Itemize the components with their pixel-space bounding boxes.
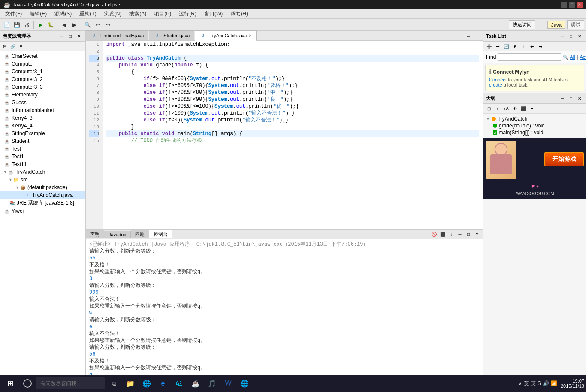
tree-item-kerry43[interactable]: ☕ Kerry4_3 [0,114,85,122]
browser2-button[interactable]: 🌐 [238,377,251,390]
tab-console[interactable]: 控制台 [149,230,172,238]
quick-access-button[interactable]: 快速访问 [509,20,535,29]
debug-perspective-button[interactable]: 调试 [567,20,584,29]
save-button[interactable]: 💾 [12,20,21,30]
task-btn3[interactable]: 🔄 [502,42,510,50]
undo-button[interactable]: ↩ [93,20,103,30]
back-button[interactable]: ◀ [59,20,69,30]
tree-item-info[interactable]: ☕ Informationblanket [0,106,85,114]
console-minimize-button[interactable]: ─ [456,231,464,238]
start-game-button[interactable]: 开始游戏 [544,152,584,166]
collapse-all-button[interactable]: ⊟ [1,42,9,50]
view-menu-button[interactable]: ▼ [17,42,25,50]
close-button[interactable]: ✕ [577,2,583,8]
tree-item-src[interactable]: ▼ 📁 src [0,176,85,184]
menu-refactor[interactable]: 重构(T) [76,9,100,18]
menu-file[interactable]: 文件(F) [2,9,25,18]
outline-item-main[interactable]: S main(String[]) : void [486,129,583,136]
tree-item-test11[interactable]: ☕ Test11 [0,160,85,168]
minimize-panel-button[interactable]: ─ [58,32,66,40]
tree-item-elementary[interactable]: ☕ Elementary [0,91,85,99]
outline-minimize-button[interactable]: ─ [559,94,566,102]
task-view-button[interactable]: ⧉ [107,377,121,390]
outline-item-grade[interactable]: grade(double) : void [486,122,583,129]
outline-hide-button[interactable]: 👁 [511,105,519,112]
tab-tryandcatch[interactable]: J TryAndCatch.java ✕ [195,30,257,41]
music-button[interactable]: 🎵 [205,377,219,390]
tree-item-test1[interactable]: ☕ Test1 [0,153,85,160]
ie-button[interactable]: 🌐 [140,377,154,390]
tree-item-jre[interactable]: 📚 JRE 系统库 [JavaSE-1.8] [0,199,85,207]
tray-chevron-icon[interactable]: ∧ [518,380,522,386]
connect-link[interactable]: Connect [489,77,507,82]
outline-close-button[interactable]: ✕ [576,94,583,102]
tab-declaration[interactable]: 声明 [86,230,104,238]
minimize-button[interactable]: ─ [561,2,567,8]
close-panel-button[interactable]: ✕ [75,32,83,40]
task-btn4[interactable]: ▼ [511,42,519,50]
outline-btn2[interactable]: ↕ [494,105,501,112]
task-btn6[interactable]: ⬅ [528,42,536,50]
lang-icon[interactable]: 英 [524,380,529,387]
all-link[interactable]: All [570,54,575,60]
editor-maximize-button[interactable]: □ [473,33,481,40]
tree-item-default-pkg[interactable]: ▼ 📦 (default package) [0,184,85,191]
tree-item-student[interactable]: ☕ Student [0,137,85,145]
taskbar-search[interactable] [36,377,105,389]
task-list-maximize-button[interactable]: □ [567,32,575,40]
tab-problems[interactable]: 问题 [131,230,149,238]
menu-help[interactable]: 帮助(H) [227,9,251,18]
menu-project[interactable]: 项目(P) [151,9,175,18]
tree-item-guess[interactable]: ☕ Guess [0,99,85,106]
search-button[interactable]: 🔍 [83,20,92,30]
console-body[interactable]: <已终止> TryAndCatch [Java 应用程序] C:\jdk1.8.… [86,239,483,375]
new-button[interactable]: 📄 [2,20,11,30]
task-btn7[interactable]: ➡ [537,42,544,50]
sogou-icon[interactable]: S [538,380,541,386]
console-stop-button[interactable]: ⬛ [439,231,447,238]
task-list-minimize-button[interactable]: ─ [559,32,566,40]
tab-student[interactable]: J Student.java [149,30,194,40]
tree-item-stringexample[interactable]: ☕ StringExample [0,130,85,137]
link-editor-button[interactable]: 🔗 [9,42,17,50]
maximize-panel-button[interactable]: □ [66,32,74,40]
new-task-button[interactable]: ➕ [485,42,493,50]
editor-minimize-button[interactable]: ─ [465,33,472,40]
outline-sort-button[interactable]: ↕A [502,105,510,112]
tab-javadoc[interactable]: Javadoc [104,231,131,238]
java-perspective-button[interactable]: Java [547,21,565,29]
task-btn2[interactable]: ☰ [494,42,501,50]
tab-embededfinally[interactable]: J EmbededFinally.java [86,30,148,40]
menu-search[interactable]: 搜索(A) [126,9,150,18]
print-button[interactable]: 🖨 [22,20,32,30]
tree-item-computer31[interactable]: ☕ Computer3_1 [0,68,85,75]
outline-stop-button[interactable]: ⬛ [520,105,527,112]
redo-button[interactable]: ↪ [103,20,113,30]
console-scroll-button[interactable]: ↓ [447,231,455,238]
clock-display[interactable]: 19:07 2015/11/13 [561,378,584,389]
outline-btn1[interactable]: ⊟ [485,105,493,112]
outline-item-class[interactable]: ▼ TryAndCatch [486,115,583,122]
cortana-button[interactable] [20,376,35,391]
tree-item-tryandcatch[interactable]: ▼ ☕ TryAndCatch [0,168,85,176]
tree-item-yiwei[interactable]: ☕ Yiwei [0,207,85,215]
word-button[interactable]: W [221,377,235,390]
tree-item-test[interactable]: ☕ Test [0,145,85,153]
console-close-button[interactable]: ✕ [473,231,481,238]
menu-navigate[interactable]: 浏览(N) [101,9,125,18]
console-clear-button[interactable]: 🚫 [430,231,438,238]
tree-item-kerry44[interactable]: ☕ Kerry4_4 [0,122,85,130]
start-button[interactable]: ⊞ [2,375,19,392]
outline-maximize-button[interactable]: □ [567,94,575,102]
menu-edit[interactable]: 编辑(E) [26,9,50,18]
window-controls[interactable]: ─ □ ✕ [561,2,583,8]
outline-menu-button[interactable]: ▼ [528,105,536,112]
debug-run-button[interactable]: 🐛 [46,20,55,30]
forward-button[interactable]: ▶ [69,20,79,30]
run-button[interactable]: ▶ [36,20,45,30]
menu-source[interactable]: 源码(S) [51,9,75,18]
close-tab-icon[interactable]: ✕ [248,33,252,38]
tree-item-computer32[interactable]: ☕ Computer3_2 [0,75,85,83]
file-explorer-button[interactable]: 📁 [124,377,137,390]
ime-icon[interactable]: 英 [531,380,536,387]
